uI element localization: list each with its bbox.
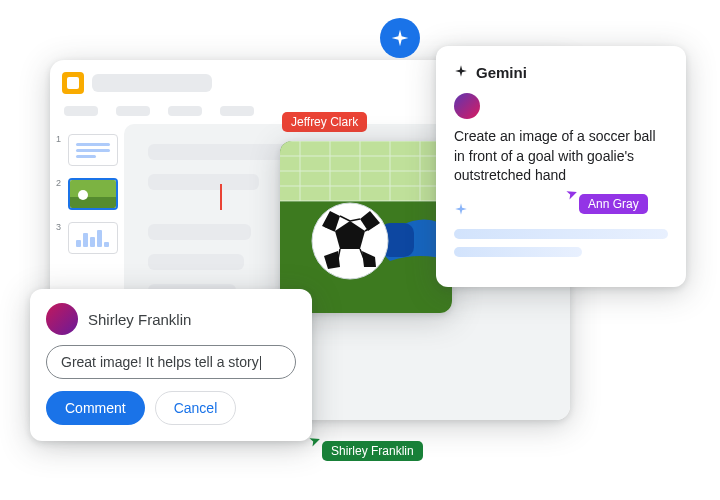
commenter-name: Shirley Franklin — [88, 311, 191, 328]
thumb-3[interactable] — [68, 222, 118, 254]
thumb-number: 2 — [56, 178, 64, 188]
collaborator-tag-jeffrey: Jeffrey Clark — [282, 112, 367, 132]
comment-submit-button[interactable]: Comment — [46, 391, 145, 425]
collaborator-tag-shirley: Shirley Franklin — [322, 441, 423, 461]
menu-item[interactable] — [220, 106, 254, 116]
gemini-user-avatar — [454, 93, 480, 119]
thumb-number: 3 — [56, 222, 64, 232]
thumb-row[interactable]: 3 — [56, 222, 118, 254]
comment-box: Shirley Franklin Great image! It helps t… — [30, 289, 312, 441]
text-placeholder — [148, 254, 244, 270]
sparkle-icon — [454, 64, 468, 81]
gemini-panel: Gemini Create an image of a soccer ball … — [436, 46, 686, 287]
comment-actions: Comment Cancel — [46, 391, 296, 425]
gemini-badge-icon — [380, 18, 420, 58]
collaborator-cursor — [220, 184, 222, 210]
gemini-title: Gemini — [476, 64, 527, 81]
comment-input-text: Great image! It helps tell a story — [61, 354, 259, 370]
generated-image-soccer[interactable] — [280, 141, 452, 313]
thumb-number: 1 — [56, 134, 64, 144]
comment-input[interactable]: Great image! It helps tell a story — [46, 345, 296, 379]
gemini-generating-placeholder — [454, 229, 668, 257]
comment-cancel-button[interactable]: Cancel — [155, 391, 237, 425]
commenter-row: Shirley Franklin — [46, 303, 296, 335]
doc-title-placeholder[interactable] — [92, 74, 212, 92]
collaborator-tag-ann: Ann Gray — [579, 194, 648, 214]
text-placeholder — [148, 224, 251, 240]
gemini-header: Gemini — [454, 64, 668, 81]
thumb-row[interactable]: 1 — [56, 134, 118, 166]
thumb-2-active[interactable] — [68, 178, 118, 210]
cursor-icon: ➤ — [307, 430, 324, 449]
commenter-avatar — [46, 303, 78, 335]
thumb-1[interactable] — [68, 134, 118, 166]
menu-item[interactable] — [116, 106, 150, 116]
slides-app-icon[interactable] — [62, 72, 84, 94]
menu-item[interactable] — [64, 106, 98, 116]
thumb-row[interactable]: 2 — [56, 178, 118, 210]
text-placeholder — [148, 174, 259, 190]
gemini-prompt-text: Create an image of a soccer ball in fron… — [454, 127, 668, 186]
menu-item[interactable] — [168, 106, 202, 116]
